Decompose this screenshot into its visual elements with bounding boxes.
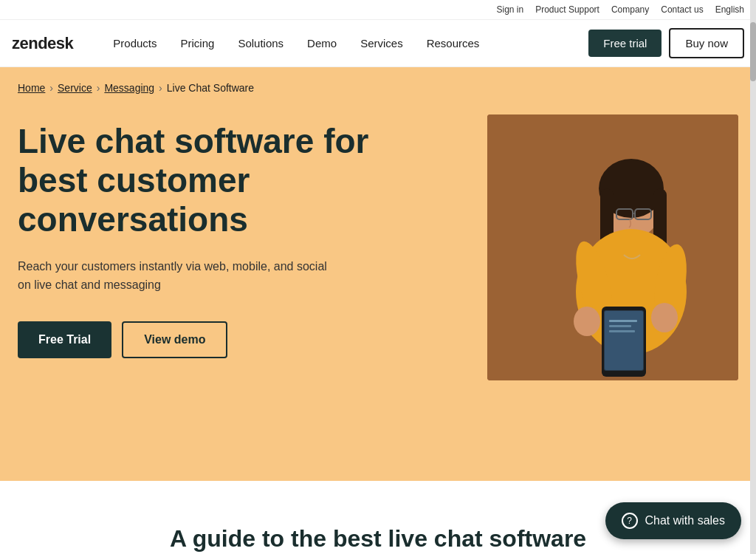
hero-title: Live chat software for best customer con… xyxy=(18,122,372,239)
breadcrumb-separator-3: › xyxy=(159,82,162,94)
main-nav: zendesk Products Pricing Solutions Demo … xyxy=(0,20,756,67)
breadcrumb-home[interactable]: Home xyxy=(18,82,45,94)
hero-content: Live chat software for best customer con… xyxy=(18,114,738,380)
nav-links: Products Pricing Solutions Demo Services… xyxy=(103,31,588,55)
svg-rect-19 xyxy=(609,330,635,332)
demo-nav[interactable]: Demo xyxy=(297,31,347,55)
language-link[interactable]: English xyxy=(715,4,744,15)
breadcrumb-messaging[interactable]: Messaging xyxy=(104,82,154,94)
hero-text: Live chat software for best customer con… xyxy=(18,114,372,358)
svg-rect-18 xyxy=(609,325,631,327)
svg-rect-17 xyxy=(609,320,637,322)
logo[interactable]: zendesk xyxy=(12,34,73,53)
resources-nav[interactable]: Resources xyxy=(416,31,490,55)
hero-subtitle: Reach your customers instantly via web, … xyxy=(18,257,328,295)
top-bar: Sign in Product Support Company Contact … xyxy=(0,0,756,20)
nav-actions: Free trial Buy now xyxy=(588,28,744,58)
products-nav[interactable]: Products xyxy=(103,31,167,55)
hero-section: Home › Service › Messaging › Live Chat S… xyxy=(0,67,756,481)
buy-now-button[interactable]: Buy now xyxy=(669,28,744,58)
chat-sales-label: Chat with sales xyxy=(645,514,726,527)
free-trial-nav-button[interactable]: Free trial xyxy=(588,30,662,57)
hero-illustration xyxy=(487,114,738,380)
svg-point-13 xyxy=(651,303,678,332)
sign-in-link[interactable]: Sign in xyxy=(496,4,523,15)
view-demo-button[interactable]: View demo xyxy=(122,321,227,358)
breadcrumb-service[interactable]: Service xyxy=(58,82,92,94)
svg-point-12 xyxy=(574,307,600,336)
breadcrumb-current: Live Chat Software xyxy=(167,82,254,94)
solutions-nav[interactable]: Solutions xyxy=(227,31,294,55)
breadcrumb-separator-2: › xyxy=(97,82,100,94)
product-support-link[interactable]: Product Support xyxy=(535,4,599,15)
services-nav[interactable]: Services xyxy=(350,31,413,55)
company-link[interactable]: Company xyxy=(611,4,649,15)
breadcrumb-separator-1: › xyxy=(49,82,53,94)
scrollbar-thumb[interactable] xyxy=(750,22,756,81)
breadcrumb: Home › Service › Messaging › Live Chat S… xyxy=(18,82,738,94)
pricing-nav[interactable]: Pricing xyxy=(171,31,225,55)
free-trial-hero-button[interactable]: Free Trial xyxy=(18,321,111,358)
chat-with-sales-button[interactable]: ? Chat with sales xyxy=(605,502,742,539)
hero-image xyxy=(487,114,738,380)
contact-us-link[interactable]: Contact us xyxy=(661,4,703,15)
hero-buttons: Free Trial View demo xyxy=(18,321,372,358)
chat-icon: ? xyxy=(622,513,638,529)
scrollbar[interactable] xyxy=(750,0,756,554)
